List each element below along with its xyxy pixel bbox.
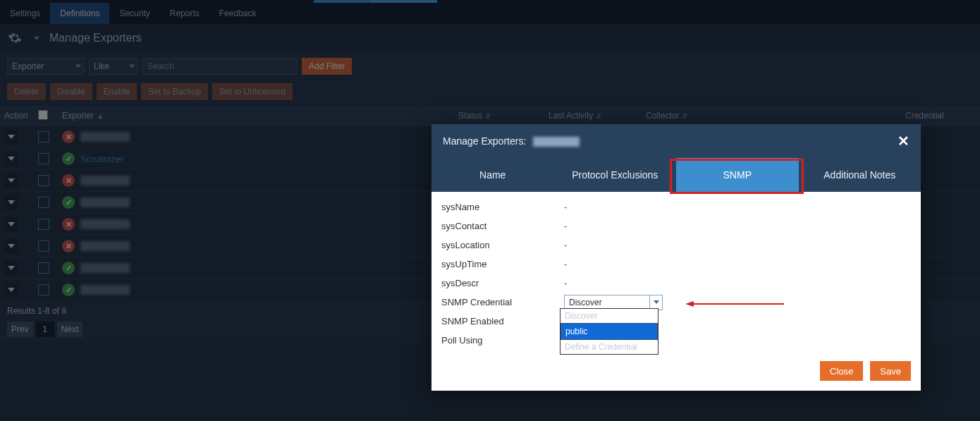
- snmp-credential-dropdown: Discover public Define a Credential: [560, 308, 659, 355]
- label-snmp-credential: SNMP Credential: [441, 297, 564, 307]
- label-sysdescr: sysDescr: [441, 278, 564, 288]
- modal-manage-exporters: Manage Exporters: ✕ Name Protocol Exclus…: [431, 124, 921, 391]
- value-sysuptime: -: [564, 259, 567, 269]
- label-sysuptime: sysUpTime: [441, 259, 564, 269]
- label-snmp-enabled: SNMP Enabled: [441, 316, 564, 327]
- label-syslocation: sysLocation: [441, 240, 564, 250]
- modal-title-redacted: [533, 137, 580, 147]
- modal-header: Manage Exporters: ✕: [431, 124, 921, 158]
- modal-title: Manage Exporters:: [443, 135, 529, 147]
- dropdown-option-public[interactable]: public: [561, 323, 658, 340]
- label-syscontact: sysContact: [441, 221, 564, 231]
- tab-protocol-exclusions[interactable]: Protocol Exclusions: [554, 158, 677, 192]
- modal-footer: Close Save: [431, 354, 921, 391]
- close-button[interactable]: Close: [820, 361, 863, 381]
- close-icon[interactable]: ✕: [898, 133, 909, 150]
- label-poll-using: Poll Using: [441, 335, 564, 346]
- tab-name[interactable]: Name: [431, 158, 554, 192]
- dropdown-option-define[interactable]: Define a Credential: [561, 340, 658, 354]
- save-button[interactable]: Save: [870, 361, 911, 381]
- tab-additional-notes[interactable]: Additional Notes: [799, 158, 921, 192]
- modal-tabs: Name Protocol Exclusions SNMP Additional…: [431, 158, 921, 192]
- tab-snmp[interactable]: SNMP: [676, 158, 799, 192]
- dropdown-option-discover[interactable]: Discover: [561, 309, 658, 323]
- value-sysdescr: -: [564, 278, 567, 288]
- value-syslocation: -: [564, 240, 567, 250]
- value-syscontact: -: [564, 221, 567, 231]
- value-sysname: -: [564, 202, 567, 212]
- label-sysname: sysName: [441, 202, 564, 212]
- chevron-down-icon: [649, 295, 662, 310]
- modal-body: sysName- sysContact- sysLocation- sysUpT…: [431, 192, 921, 354]
